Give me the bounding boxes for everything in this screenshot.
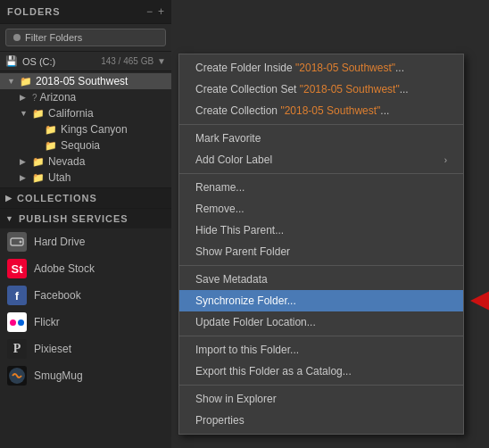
tree-item[interactable]: 📁 Kings Canyon bbox=[0, 121, 171, 137]
tree-item-label: Sequoia bbox=[61, 139, 100, 152]
ctx-remove[interactable]: Remove... bbox=[179, 198, 463, 220]
service-label: Flickr bbox=[34, 316, 60, 328]
service-label: SmugMug bbox=[34, 369, 83, 382]
ctx-update-folder-location[interactable]: Update Folder Location... bbox=[179, 311, 463, 333]
ctx-save-metadata[interactable]: Save Metadata bbox=[179, 269, 463, 290]
left-panel: Folders − + Filter Folders 💾 OS (C:) 143… bbox=[0, 0, 171, 448]
collections-section-header[interactable]: ▶ Collections bbox=[0, 187, 171, 208]
tree-item-label: Nevada bbox=[48, 155, 85, 168]
service-label: Facebook bbox=[34, 289, 81, 302]
drive-name: OS (C:) bbox=[22, 56, 55, 67]
ctx-add-color-label[interactable]: Add Color Label › bbox=[179, 149, 463, 170]
folder-icon: 📁 bbox=[45, 140, 57, 152]
service-label: Pixieset bbox=[34, 343, 71, 355]
tree-item[interactable]: ▶ ? Arizona bbox=[0, 89, 171, 105]
folder-icon: 📁 bbox=[32, 156, 45, 168]
tree-item-label: Arizona bbox=[40, 91, 77, 104]
drive-icon: 💾 bbox=[5, 55, 18, 67]
ctx-export-catalog[interactable]: Export this Folder as a Catalog... bbox=[179, 361, 463, 382]
adobe-stock-icon: St bbox=[7, 259, 27, 278]
tree-item-label: Kings Canyon bbox=[61, 123, 128, 136]
ctx-show-in-explorer[interactable]: Show in Explorer bbox=[179, 388, 463, 410]
drive-row: 💾 OS (C:) 143 / 465 GB ▼ bbox=[0, 52, 171, 71]
ctx-separator bbox=[179, 173, 463, 174]
hard-drive-icon bbox=[7, 232, 27, 252]
tree-arrow-icon: ▼ bbox=[20, 109, 32, 118]
ctx-item-text: Show in Explorer bbox=[195, 393, 277, 405]
ctx-create-collection[interactable]: Create Collection "2018-05 Southwest"... bbox=[179, 100, 463, 121]
ctx-item-text: Add Color Label bbox=[195, 153, 272, 166]
pixieset-icon: P bbox=[7, 339, 27, 359]
filter-folders-button[interactable]: Filter Folders bbox=[5, 29, 166, 46]
tree-arrow-icon: ▶ bbox=[20, 157, 32, 166]
question-icon: ? bbox=[32, 93, 37, 103]
ctx-item-text: Hide This Parent... bbox=[195, 224, 284, 236]
folder-icon: 📁 bbox=[32, 172, 45, 184]
tree-arrow-icon: ▼ bbox=[7, 77, 20, 86]
panel-title: Folders bbox=[7, 6, 61, 17]
red-arrow-indicator bbox=[470, 288, 489, 313]
service-item-flickr[interactable]: Flickr bbox=[0, 309, 171, 336]
ctx-item-text: Update Folder Location... bbox=[195, 316, 316, 328]
drive-dropdown-icon[interactable]: ▼ bbox=[157, 56, 166, 66]
ctx-rename[interactable]: Rename... bbox=[179, 177, 463, 198]
ctx-hide-parent[interactable]: Hide This Parent... bbox=[179, 220, 463, 241]
ctx-properties[interactable]: Properties bbox=[179, 410, 463, 431]
ctx-import-to-folder[interactable]: Import to this Folder... bbox=[179, 339, 463, 361]
service-item-smugmug[interactable]: SmugMug bbox=[0, 362, 171, 389]
publish-services-label: Publish Services bbox=[19, 213, 128, 224]
tree-item[interactable]: ▶ 📁 Nevada bbox=[0, 153, 171, 170]
ctx-item-text: Remove... bbox=[195, 203, 244, 215]
drive-size: 143 / 465 GB bbox=[101, 56, 153, 66]
publish-arrow-icon: ▼ bbox=[5, 214, 14, 223]
smugmug-icon bbox=[7, 366, 27, 386]
panel-header-icons: − + bbox=[146, 5, 164, 18]
service-item-pixieset[interactable]: P Pixieset bbox=[0, 336, 171, 362]
tree-item[interactable]: ▶ 📁 Utah bbox=[0, 170, 171, 186]
tree-item[interactable]: ▼ 📁 2018-05 Southwest bbox=[0, 73, 171, 89]
ctx-synchronize-folder[interactable]: Synchronize Folder... bbox=[179, 290, 463, 311]
ctx-item-text: Create Collection Set "2018-05 Southwest… bbox=[195, 83, 409, 95]
service-item-facebook[interactable]: f Facebook bbox=[0, 282, 171, 309]
ctx-item-text: Mark Favorite bbox=[195, 132, 261, 145]
service-item-adobe-stock[interactable]: St Adobe Stock bbox=[0, 255, 171, 282]
flickr-icon bbox=[7, 312, 27, 332]
ctx-item-text: Create Folder Inside "2018-05 Southwest"… bbox=[195, 62, 404, 74]
ctx-item-text: Show Parent Folder bbox=[195, 245, 290, 258]
ctx-separator bbox=[179, 124, 463, 125]
folder-icon: 📁 bbox=[20, 76, 32, 87]
ctx-item-text: Import to this Folder... bbox=[195, 344, 299, 356]
folder-tree: ▼ 📁 2018-05 Southwest ▶ ? Arizona ▼ 📁 Ca… bbox=[0, 71, 171, 187]
drive-size-container: 143 / 465 GB ▼ bbox=[101, 56, 166, 66]
context-menu: Create Folder Inside "2018-05 Southwest"… bbox=[178, 54, 464, 435]
ctx-item-text: Export this Folder as a Catalog... bbox=[195, 365, 352, 377]
service-item-hard-drive[interactable]: Hard Drive bbox=[0, 228, 171, 255]
panel-header: Folders − + bbox=[0, 0, 171, 24]
svg-point-1 bbox=[20, 241, 22, 244]
minimize-icon[interactable]: − bbox=[146, 5, 153, 18]
service-label: Hard Drive bbox=[34, 236, 85, 248]
collections-label: Collections bbox=[17, 193, 97, 203]
expand-icon[interactable]: + bbox=[158, 5, 164, 18]
ctx-item-text: Rename... bbox=[195, 181, 244, 194]
ctx-create-folder-inside[interactable]: Create Folder Inside "2018-05 Southwest"… bbox=[179, 57, 463, 79]
tree-item-label: 2018-05 Southwest bbox=[36, 75, 128, 87]
collections-arrow-icon: ▶ bbox=[5, 194, 12, 203]
ctx-show-parent-folder[interactable]: Show Parent Folder bbox=[179, 241, 463, 262]
filter-row: Filter Folders bbox=[0, 24, 171, 52]
publish-services-section-header[interactable]: ▼ Publish Services bbox=[0, 208, 171, 228]
tree-item[interactable]: ▼ 📁 California bbox=[0, 105, 171, 121]
ctx-separator bbox=[179, 265, 463, 266]
folder-icon: 📁 bbox=[45, 124, 57, 136]
submenu-arrow-icon: › bbox=[444, 155, 447, 165]
ctx-item-text: Create Collection "2018-05 Southwest"... bbox=[195, 104, 389, 117]
folder-icon: 📁 bbox=[32, 108, 45, 120]
drive-label: 💾 OS (C:) bbox=[5, 55, 55, 67]
tree-item[interactable]: 📁 Sequoia bbox=[0, 137, 171, 153]
tree-item-label: California bbox=[48, 107, 94, 120]
tree-arrow-icon: ▶ bbox=[20, 93, 32, 102]
ctx-mark-favorite[interactable]: Mark Favorite bbox=[179, 128, 463, 149]
filter-dot-icon bbox=[13, 34, 21, 41]
ctx-item-text: Save Metadata bbox=[195, 273, 268, 286]
ctx-create-collection-set[interactable]: Create Collection Set "2018-05 Southwest… bbox=[179, 79, 463, 100]
